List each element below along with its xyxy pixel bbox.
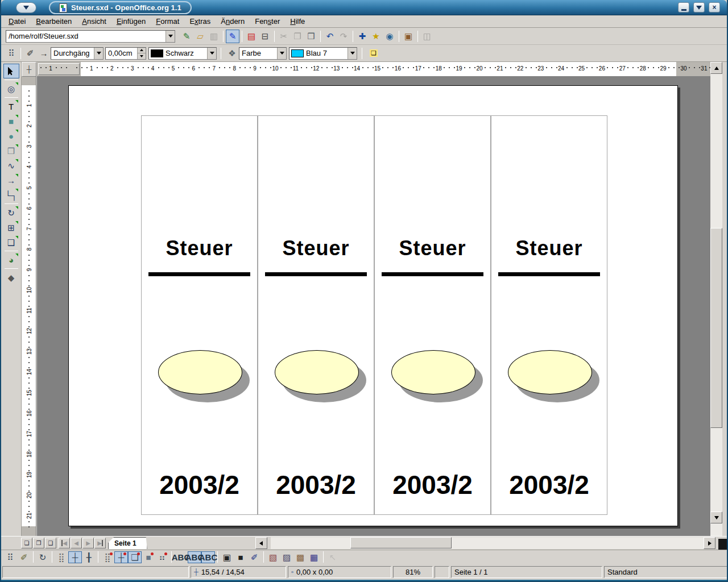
ellipse-object[interactable]	[275, 350, 359, 394]
title-underline[interactable]	[265, 272, 367, 276]
menu-item-hilfe[interactable]: Hilfe	[285, 16, 310, 27]
rotation-mode-button[interactable]: ↻	[36, 551, 49, 563]
menu-item-ansicht[interactable]: Ansicht	[77, 16, 111, 27]
scroll-down-button[interactable]	[710, 512, 722, 523]
guides-when-moving-button[interactable]: ╂	[82, 551, 96, 563]
layer-view-button[interactable]: ❑	[45, 538, 56, 548]
label-title-text[interactable]: Steuer	[258, 236, 374, 260]
close-button[interactable]: ×	[709, 2, 720, 13]
arrow-ends-button[interactable]: →	[37, 47, 51, 60]
3d-objects-tool-button[interactable]: ❒	[3, 143, 19, 158]
menu-item-format[interactable]: Format	[151, 16, 184, 27]
export-pdf-button[interactable]: ▤	[245, 30, 258, 43]
label-year-text[interactable]: 2003/2	[142, 469, 257, 500]
text-placeholder-button[interactable]: ▩	[293, 551, 307, 563]
curve-tool-button[interactable]: ∿	[3, 158, 19, 173]
url-dropdown-button[interactable]	[166, 31, 175, 42]
vertical-scroll-thumb[interactable]	[710, 228, 722, 428]
lines-arrows-tool-button[interactable]: →	[3, 173, 19, 188]
alignment-tool-button[interactable]: ⊞	[3, 220, 19, 235]
snap-to-object-border-button[interactable]: ■	[142, 551, 155, 563]
rotate-tool-button[interactable]: ↻	[3, 205, 19, 220]
exit-all-groups-button[interactable]: ↖	[326, 551, 340, 563]
show-grid-button[interactable]: ⣿	[55, 551, 68, 563]
spin-up-button[interactable]	[138, 48, 146, 53]
allow-quick-editing-button[interactable]: ✐	[17, 551, 31, 563]
modify-with-attributes-button[interactable]: ✐	[247, 551, 261, 563]
statusbar-page-cell[interactable]: Seite 1 / 1	[451, 566, 602, 578]
spin-down-button[interactable]	[138, 53, 146, 59]
menu-item-extras[interactable]: Extras	[184, 16, 216, 27]
label-column-4[interactable]: Steuer2003/2	[491, 115, 607, 515]
statusbar-size-cell[interactable]: ▫ 0,00 x 0,00	[288, 566, 391, 578]
arrange-tool-button[interactable]: ❑	[3, 235, 19, 250]
title-underline[interactable]	[498, 272, 600, 276]
hyperlink-dialog-button[interactable]: ◉	[383, 30, 396, 43]
snap-to-guides-button[interactable]: ┼	[114, 551, 128, 563]
page[interactable]: Steuer2003/2Steuer2003/2Steuer2003/2Steu…	[68, 85, 678, 526]
master-view-button[interactable]: ❐	[33, 538, 44, 548]
rectangle-tool-button[interactable]: ■	[3, 114, 19, 128]
scroll-right-button[interactable]	[704, 537, 715, 549]
line-style-combo[interactable]: Durchgäng	[51, 47, 104, 60]
vertical-scrollbar[interactable]	[710, 62, 722, 536]
contour-mode-button[interactable]: ▨	[280, 551, 293, 563]
save-document-button[interactable]: ▥	[207, 30, 221, 43]
minimize-button[interactable]	[678, 2, 689, 13]
simple-handles-button[interactable]: ▣	[220, 551, 234, 563]
label-title-text[interactable]: Steuer	[375, 236, 490, 260]
ruler-origin-box[interactable]: ┼	[22, 62, 36, 77]
horizontal-scroll-thumb[interactable]	[350, 537, 452, 548]
label-column-1[interactable]: Steuer2003/2	[141, 115, 258, 515]
label-title-text[interactable]: Steuer	[491, 236, 607, 260]
fill-color-dropdown[interactable]	[348, 48, 357, 59]
3d-controller-tool-button[interactable]: ◆	[3, 270, 19, 285]
zoom-tool-button[interactable]: ◎	[3, 81, 19, 96]
tab-seite-1[interactable]: Seite 1	[108, 537, 147, 549]
label-year-text[interactable]: 2003/2	[375, 469, 490, 500]
cut-button[interactable]: ✂	[277, 30, 291, 43]
snap-to-page-margins-button[interactable]: ❏	[128, 551, 142, 563]
label-year-text[interactable]: 2003/2	[258, 469, 374, 500]
redo-button[interactable]: ↷	[337, 30, 350, 43]
navigator-button[interactable]: ✚	[355, 30, 369, 43]
window-menu-button[interactable]	[16, 2, 36, 13]
paste-button[interactable]: ❒	[304, 30, 318, 43]
label-column-2[interactable]: Steuer2003/2	[258, 115, 374, 515]
show-guides-button[interactable]: ┼	[68, 551, 82, 563]
label-year-text[interactable]: 2003/2	[491, 469, 607, 500]
undo-button[interactable]: ↶	[323, 30, 337, 43]
drawing-canvas[interactable]: Steuer2003/2Steuer2003/2Steuer2003/2Steu…	[37, 77, 713, 536]
title-underline[interactable]	[148, 272, 250, 276]
copy-button[interactable]: ❐	[291, 30, 304, 43]
edit-file-button[interactable]: ✎	[226, 30, 239, 43]
stylist-button[interactable]: ★	[369, 30, 383, 43]
menu-item-fenster[interactable]: Fenster	[250, 16, 285, 27]
scroll-up-button[interactable]	[710, 62, 722, 74]
fill-type-combo[interactable]: Farbe	[239, 47, 287, 60]
menu-item-bearbeiten[interactable]: Bearbeiten	[31, 16, 77, 27]
statusbar-position-cell[interactable]: ┼ 15,54 / 14,54	[191, 566, 286, 578]
line-contour-button[interactable]: ▦	[307, 551, 321, 563]
edit-points-mode-button[interactable]: ⠿	[3, 551, 17, 563]
line-color-dropdown[interactable]	[207, 48, 216, 59]
gallery-button[interactable]: ▣	[402, 30, 415, 43]
ellipse-object[interactable]	[391, 350, 475, 394]
select-tool-button[interactable]	[3, 64, 19, 78]
statusbar-style-cell[interactable]: Standard	[604, 566, 728, 578]
open-document-button[interactable]: ▱	[193, 30, 207, 43]
snap-to-object-points-button[interactable]: ⠶	[155, 551, 169, 563]
fill-color-combo[interactable]: Blau 7	[289, 47, 357, 60]
effects-tool-button[interactable]: ◕	[3, 252, 19, 267]
ellipse-object[interactable]	[508, 350, 592, 394]
large-handles-button[interactable]: ■	[234, 551, 247, 563]
previous-page-button[interactable]: ◀	[71, 538, 82, 548]
new-document-button[interactable]: ✎	[180, 30, 193, 43]
line-style-dropdown[interactable]	[94, 48, 103, 59]
title-underline[interactable]	[382, 272, 483, 276]
double-click-edit-text-button[interactable]: ABC	[201, 551, 215, 563]
maximize-button[interactable]	[693, 2, 705, 13]
horizontal-ruler[interactable]: 1123456789101112131415161718192021222324…	[37, 62, 713, 77]
statusbar-zoom-cell[interactable]: 81%	[393, 566, 433, 578]
url-input[interactable]	[6, 32, 166, 40]
